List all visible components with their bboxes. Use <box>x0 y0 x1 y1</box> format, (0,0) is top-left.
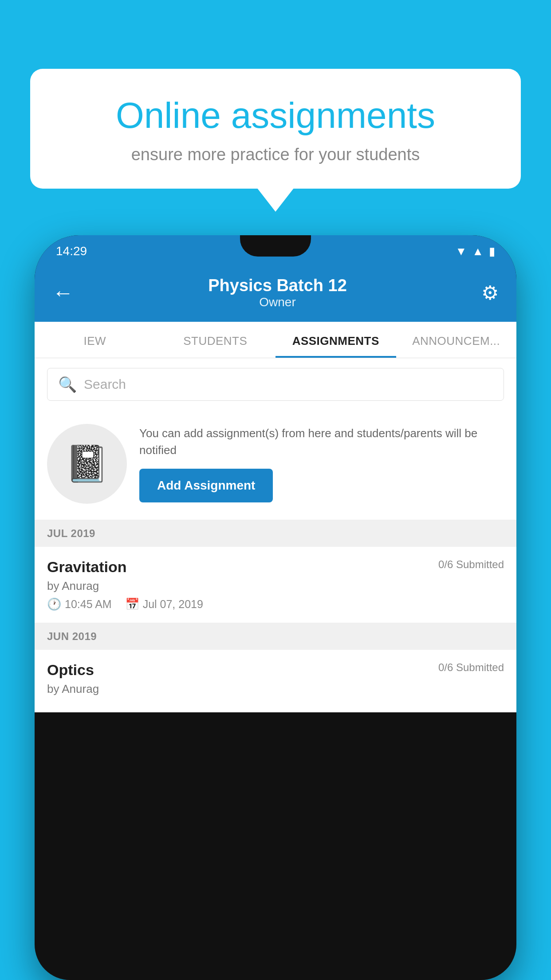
assignment-author-gravitation: by Anurag <box>47 579 504 593</box>
search-bar-wrapper: 🔍 Search <box>35 358 516 411</box>
search-icon: 🔍 <box>58 375 77 393</box>
app-header: ← Physics Batch 12 Owner ⚙ <box>35 267 516 322</box>
header-subtitle: Owner <box>208 295 347 309</box>
phone-content: 🔍 Search 📓 You can add assignment(s) fro… <box>35 358 516 712</box>
assignment-submitted-optics: 0/6 Submitted <box>438 661 504 674</box>
status-time: 14:29 <box>56 244 87 258</box>
clock-icon: 🕐 <box>47 597 61 611</box>
assignment-row-top: Gravitation 0/6 Submitted <box>47 558 504 576</box>
status-bar: 14:29 ▼ ▲ ▮ <box>35 235 516 267</box>
phone-notch <box>240 235 311 257</box>
promo-text-area: You can add assignment(s) from here and … <box>139 425 504 502</box>
header-title: Physics Batch 12 <box>208 276 347 295</box>
settings-icon[interactable]: ⚙ <box>481 281 499 304</box>
assignment-item-gravitation[interactable]: Gravitation 0/6 Submitted by Anurag 🕐 10… <box>35 547 516 623</box>
calendar-icon: 📅 <box>125 597 139 611</box>
assignment-author-optics: by Anurag <box>47 682 504 696</box>
back-button[interactable]: ← <box>52 281 74 305</box>
speech-bubble-title: Online assignments <box>57 95 494 135</box>
tab-assignments[interactable]: ASSIGNMENTS <box>276 322 396 358</box>
status-icons: ▼ ▲ ▮ <box>456 245 495 258</box>
add-assignment-button[interactable]: Add Assignment <box>139 469 273 502</box>
search-bar[interactable]: 🔍 Search <box>47 368 504 401</box>
phone-frame: 14:29 ▼ ▲ ▮ ← Physics Batch 12 Owner ⚙ I… <box>35 235 516 980</box>
assignment-title-gravitation: Gravitation <box>47 558 126 576</box>
promo-description: You can add assignment(s) from here and … <box>139 425 504 458</box>
assignment-row-top-optics: Optics 0/6 Submitted <box>47 661 504 679</box>
assignment-title-optics: Optics <box>47 661 94 679</box>
speech-bubble-container: Online assignments ensure more practice … <box>30 69 521 189</box>
month-divider-jun: JUN 2019 <box>35 623 516 650</box>
speech-bubble: Online assignments ensure more practice … <box>30 69 521 189</box>
tab-iew[interactable]: IEW <box>35 322 155 358</box>
assignment-time-gravitation: 🕐 10:45 AM <box>47 597 112 611</box>
assignment-item-optics[interactable]: Optics 0/6 Submitted by Anurag <box>35 650 516 712</box>
signal-icon: ▲ <box>472 245 484 258</box>
assignment-date-gravitation: 📅 Jul 07, 2019 <box>125 597 203 611</box>
battery-icon: ▮ <box>489 245 495 258</box>
assignment-meta-gravitation: 🕐 10:45 AM 📅 Jul 07, 2019 <box>47 597 504 611</box>
speech-bubble-subtitle: ensure more practice for your students <box>57 145 494 164</box>
wifi-icon: ▼ <box>456 245 467 258</box>
notebook-icon: 📓 <box>65 443 109 485</box>
promo-icon-circle: 📓 <box>47 424 127 504</box>
header-title-group: Physics Batch 12 Owner <box>208 276 347 309</box>
assignment-submitted-gravitation: 0/6 Submitted <box>438 558 504 571</box>
tab-announcements[interactable]: ANNOUNCEM... <box>396 322 517 358</box>
tab-students[interactable]: STUDENTS <box>155 322 276 358</box>
tabs-bar: IEW STUDENTS ASSIGNMENTS ANNOUNCEM... <box>35 322 516 358</box>
search-placeholder: Search <box>84 377 126 392</box>
month-divider-jul: JUL 2019 <box>35 520 516 547</box>
add-assignment-promo: 📓 You can add assignment(s) from here an… <box>35 411 516 520</box>
